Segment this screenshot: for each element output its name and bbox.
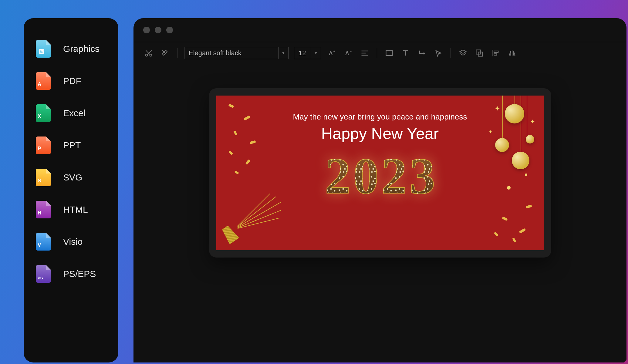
html-file-icon: H bbox=[36, 201, 53, 218]
sidebar-item-ps-eps[interactable]: PS PS/EPS bbox=[24, 258, 118, 290]
cut-icon[interactable] bbox=[143, 48, 154, 59]
excel-file-icon: X bbox=[36, 104, 53, 122]
card-title-text[interactable]: Happy New Year bbox=[321, 124, 439, 143]
window-minimize-button[interactable] bbox=[155, 27, 161, 33]
svg-file-icon: S bbox=[36, 169, 53, 186]
ppt-file-icon: P bbox=[36, 136, 53, 154]
window-close-button[interactable] bbox=[143, 27, 150, 33]
chevron-down-icon: ▼ bbox=[279, 51, 288, 55]
ps-file-icon: PS bbox=[36, 265, 53, 283]
separator bbox=[177, 48, 177, 58]
align-icon[interactable] bbox=[359, 48, 370, 59]
visio-file-icon: V bbox=[36, 233, 53, 251]
confetti-decoration bbox=[243, 115, 250, 121]
confetti-decoration bbox=[228, 150, 233, 155]
card-year-text[interactable]: 2 0 2 3 bbox=[325, 150, 435, 202]
sidebar-label: Graphics bbox=[63, 44, 100, 54]
pdf-file-icon: A bbox=[36, 72, 53, 90]
confetti-decoration bbox=[234, 170, 239, 174]
confetti-decoration bbox=[494, 232, 498, 237]
decrease-font-icon[interactable]: A− bbox=[343, 48, 354, 59]
svg-text:A: A bbox=[345, 50, 349, 56]
rectangle-shape-icon[interactable] bbox=[384, 48, 395, 59]
separator bbox=[377, 48, 377, 58]
pointer-tool-icon[interactable] bbox=[433, 48, 444, 59]
align-left-icon[interactable] bbox=[490, 48, 501, 59]
confetti-decoration bbox=[245, 159, 251, 165]
sidebar-item-graphics[interactable]: ▧ Graphics bbox=[24, 33, 118, 65]
font-size-value: 12 bbox=[294, 47, 311, 59]
confetti-decoration bbox=[249, 140, 256, 144]
format-painter-icon[interactable] bbox=[160, 48, 171, 59]
sidebar-item-svg[interactable]: S SVG bbox=[24, 161, 118, 194]
svg-point-1 bbox=[150, 54, 152, 56]
sidebar-item-pdf[interactable]: A PDF bbox=[24, 65, 118, 97]
window-maximize-button[interactable] bbox=[166, 27, 173, 33]
increase-font-icon[interactable]: A+ bbox=[326, 48, 337, 59]
graphics-file-icon: ▧ bbox=[36, 40, 53, 58]
svg-rect-14 bbox=[494, 54, 497, 55]
confetti-decoration bbox=[519, 228, 526, 234]
svg-text:+: + bbox=[333, 49, 335, 53]
confetti-decoration bbox=[525, 174, 527, 176]
sidebar-label: HTML bbox=[63, 204, 88, 215]
font-size-select[interactable]: 12 ▼ bbox=[294, 47, 321, 59]
font-family-value: Elegant soft black bbox=[184, 47, 279, 59]
sidebar-item-ppt[interactable]: P PPT bbox=[24, 129, 118, 161]
layers-icon[interactable] bbox=[457, 48, 468, 59]
popper-streamer bbox=[237, 202, 281, 227]
editor-window: Elegant soft black ▼ 12 ▼ A+ A− bbox=[133, 18, 626, 362]
ornament-string bbox=[502, 96, 503, 144]
chevron-down-icon: ▼ bbox=[311, 51, 321, 55]
confetti-decoration bbox=[507, 186, 511, 190]
text-tool-icon[interactable] bbox=[400, 48, 411, 59]
confetti-decoration bbox=[512, 238, 516, 243]
sidebar-label: Excel bbox=[63, 108, 85, 118]
formatting-toolbar: Elegant soft black ▼ 12 ▼ A+ A− bbox=[133, 42, 626, 64]
sidebar-item-excel[interactable]: X Excel bbox=[24, 97, 118, 129]
svg-text:A: A bbox=[329, 50, 333, 56]
star-icon: ✦ bbox=[495, 105, 500, 113]
flip-horizontal-icon[interactable] bbox=[507, 48, 518, 59]
confetti-decoration bbox=[502, 217, 508, 221]
confetti-decoration bbox=[525, 205, 532, 209]
ornament-string bbox=[527, 96, 527, 140]
design-canvas[interactable]: ✦ ✦ ✦ May the new year bring you peace a… bbox=[216, 96, 544, 250]
popper-streamer bbox=[237, 196, 276, 227]
svg-rect-13 bbox=[494, 51, 498, 52]
sidebar-item-html[interactable]: H HTML bbox=[24, 194, 118, 226]
sidebar-label: PPT bbox=[63, 140, 81, 150]
separator bbox=[451, 48, 451, 58]
ornament-ball bbox=[526, 135, 534, 143]
star-icon: ✦ bbox=[488, 129, 492, 135]
ornament-ball bbox=[495, 138, 509, 152]
sidebar-label: PDF bbox=[63, 76, 81, 86]
sidebar-item-visio[interactable]: V Visio bbox=[24, 226, 118, 258]
star-icon: ✦ bbox=[530, 118, 535, 125]
sidebar-label: SVG bbox=[63, 172, 82, 183]
svg-rect-9 bbox=[386, 51, 393, 56]
ornament-ball bbox=[512, 152, 529, 169]
sidebar-label: PS/EPS bbox=[63, 269, 96, 279]
connector-line-icon[interactable] bbox=[417, 48, 427, 59]
window-controls bbox=[133, 18, 626, 42]
font-family-select[interactable]: Elegant soft black ▼ bbox=[184, 47, 289, 59]
group-icon[interactable] bbox=[474, 48, 485, 59]
svg-point-0 bbox=[146, 54, 148, 56]
svg-text:−: − bbox=[350, 49, 352, 53]
export-format-sidebar: ▧ Graphics A PDF X Excel P PPT S SVG H H… bbox=[24, 18, 118, 362]
canvas-area: ✦ ✦ ✦ May the new year bring you peace a… bbox=[133, 64, 626, 282]
canvas-frame: ✦ ✦ ✦ May the new year bring you peace a… bbox=[209, 88, 551, 258]
sidebar-label: Visio bbox=[63, 237, 83, 247]
confetti-decoration bbox=[233, 130, 237, 136]
confetti-decoration bbox=[228, 104, 234, 108]
ornament-string bbox=[521, 96, 521, 159]
ornament-ball bbox=[505, 104, 524, 123]
card-subtitle-text[interactable]: May the new year bring you peace and hap… bbox=[293, 112, 467, 122]
party-popper-icon bbox=[220, 224, 239, 244]
